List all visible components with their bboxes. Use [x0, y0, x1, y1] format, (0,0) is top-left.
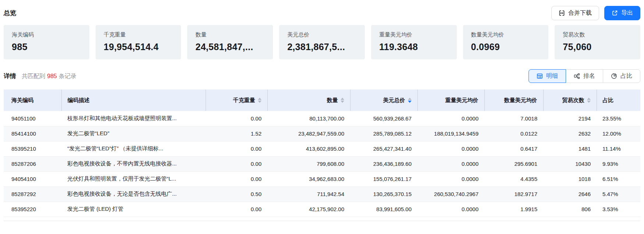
column-header-数量美元均价: 数量美元均价: [484, 90, 543, 111]
stat-card-value: 0.0969: [471, 42, 541, 52]
sort-icon: [587, 98, 591, 103]
column-header-重量美元均价: 重量美元均价: [417, 90, 484, 111]
column-label: 美元总价: [383, 97, 405, 104]
cell-share: 23.55%: [597, 111, 640, 126]
column-header-数量[interactable]: 数量: [267, 90, 350, 111]
cell-usd-total: 130,265,370.15: [350, 186, 417, 202]
cell-hs-code: 94051100: [4, 111, 61, 126]
cell-quantity: 711,942.54: [267, 186, 350, 202]
table-body: 94051100枝形吊灯和其他电动天花板或墙壁照明装置...0.0080,113…: [4, 111, 640, 217]
column-header-占比: 占比: [597, 90, 640, 111]
stat-card-label: 贸易次数: [563, 31, 632, 38]
table-row: 85287292彩色电视接收设备，无论是否包含无线电广...0.50711,94…: [4, 186, 640, 202]
cell-usd-per-unit: 295.6901: [484, 156, 543, 171]
details-table: 海关编码 编码描述 千克重量 数量 美元总价 重量美元均价 数量美元均价 贸易次…: [4, 90, 640, 217]
cell-description: 光伏灯具和照明装置，仅用于发光二极管“L...: [61, 171, 206, 186]
pie-icon: [611, 73, 617, 79]
stat-card: 贸易次数 75,060: [555, 25, 640, 59]
column-label: 重量美元均价: [445, 97, 478, 104]
table-row: 85395210“发光二极管“LED”灯” （未提供详细标...0.00413,…: [4, 141, 640, 156]
cell-usd-per-kg: 260,530,740.2967: [417, 186, 484, 202]
cell-usd-per-unit: 1.9915: [484, 202, 543, 217]
cell-usd-per-unit: 7.0018: [484, 111, 543, 126]
cell-usd-per-kg: 0.0000: [417, 171, 484, 186]
column-header-贸易次数[interactable]: 贸易次数: [543, 90, 597, 111]
merge-cells-icon: [559, 10, 565, 16]
column-label: 数量: [327, 97, 338, 104]
cell-usd-per-kg: 0.0000: [417, 156, 484, 171]
cell-description: 发光二极管 (LED) 灯管: [61, 202, 206, 217]
cell-usd-total: 155,076,261.17: [350, 171, 417, 186]
table-row: 94054100光伏灯具和照明装置，仅用于发光二极管“L...0.0034,96…: [4, 171, 640, 186]
stat-card: 重量美元均价 119.3648: [371, 25, 457, 59]
stat-card-value: 119.3648: [379, 42, 449, 52]
column-header-美元总价[interactable]: 美元总价: [350, 90, 417, 111]
stat-card-value: 24,581,847,...: [195, 42, 265, 52]
table-row: 85414100发光二极管“LED”1.5223,482,947,559.002…: [4, 126, 640, 141]
cell-kg-weight: 0.00: [206, 111, 267, 126]
cell-share: 11.14%: [597, 141, 640, 156]
cell-usd-per-kg: 0.0000: [417, 141, 484, 156]
page-title: 总览: [4, 9, 16, 17]
stat-card-label: 数量: [195, 31, 265, 38]
export-label: 导出: [621, 9, 633, 17]
cell-usd-per-kg: 0.0000: [417, 202, 484, 217]
cell-hs-code: 85395210: [4, 141, 61, 156]
cell-usd-total: 236,436,189.60: [350, 156, 417, 171]
column-label: 贸易次数: [562, 97, 584, 104]
stat-card-label: 数量美元均价: [471, 31, 541, 38]
merge-download-button[interactable]: 合并下载: [551, 6, 599, 20]
cell-quantity: 34,962,683.00: [267, 171, 350, 186]
cell-usd-total: 265,427,341.40: [350, 141, 417, 156]
cell-trade-count: 806: [543, 202, 597, 217]
tab-排名[interactable]: 排名: [566, 69, 603, 83]
tab-label: 排名: [583, 72, 595, 80]
details-title: 详情: [4, 72, 16, 80]
export-button[interactable]: 导出: [604, 6, 640, 20]
topbar-actions: 合并下载 导出: [551, 6, 640, 20]
tab-label: 明细: [546, 72, 558, 80]
table-header-row: 海关编码 编码描述 千克重量 数量 美元总价 重量美元均价 数量美元均价 贸易次…: [4, 90, 640, 111]
stat-card: 数量美元均价 0.0969: [463, 25, 549, 59]
cell-trade-count: 1018: [543, 171, 597, 186]
cell-quantity: 80,113,700.00: [267, 111, 350, 126]
cell-share: 5.47%: [597, 186, 640, 202]
cell-usd-per-unit: 182.9717: [484, 186, 543, 202]
cell-usd-total: 285,789,085.12: [350, 126, 417, 141]
stat-card-label: 海关编码: [12, 31, 81, 38]
stat-card-value: 985: [12, 42, 81, 52]
merge-download-label: 合并下载: [568, 9, 592, 17]
match-count: 985: [45, 73, 59, 79]
stat-card: 数量 24,581,847,...: [187, 25, 273, 59]
column-label: 编码描述: [68, 97, 90, 104]
cell-quantity: 42,175,902.00: [267, 202, 350, 217]
tab-占比[interactable]: 占比: [603, 69, 640, 83]
tab-label: 占比: [620, 72, 632, 80]
cell-usd-per-unit: 4.4355: [484, 171, 543, 186]
cell-quantity: 413,602,895.00: [267, 141, 350, 156]
column-label: 海关编码: [11, 97, 33, 104]
cell-usd-per-unit: 0.0122: [484, 126, 543, 141]
cell-hs-code: 85287206: [4, 156, 61, 171]
cell-trade-count: 2194: [543, 111, 597, 126]
tab-明细[interactable]: 明细: [529, 69, 566, 83]
topbar: 总览 合并下载: [4, 4, 640, 21]
cell-trade-count: 1481: [543, 141, 597, 156]
table-row: 85287206彩色电视接收设备，不带内置无线电接收器...0.00799,60…: [4, 156, 640, 171]
cell-kg-weight: 0.00: [206, 141, 267, 156]
column-label: 数量美元均价: [504, 97, 537, 104]
column-header-千克重量[interactable]: 千克重量: [206, 90, 267, 111]
sort-icon: [341, 98, 344, 103]
table-row: 94051100枝形吊灯和其他电动天花板或墙壁照明装置...0.0080,113…: [4, 111, 640, 126]
cell-description: “发光二极管“LED”灯” （未提供详细标...: [61, 141, 206, 156]
column-label: 千克重量: [233, 97, 255, 104]
cell-trade-count: 2632: [543, 126, 597, 141]
cell-share: 3.53%: [597, 202, 640, 217]
stat-card-value: 19,954,514.4: [104, 42, 173, 52]
cell-share: 12.00%: [597, 126, 640, 141]
ranking-icon: [574, 73, 580, 79]
sort-icon: [408, 98, 412, 103]
details-title-group: 详情 共匹配到985条记录: [4, 72, 77, 80]
stat-card: 美元总价 2,381,867,5...: [279, 25, 365, 59]
details-section-header: 详情 共匹配到985条记录 明细 排名 占比: [4, 69, 640, 83]
